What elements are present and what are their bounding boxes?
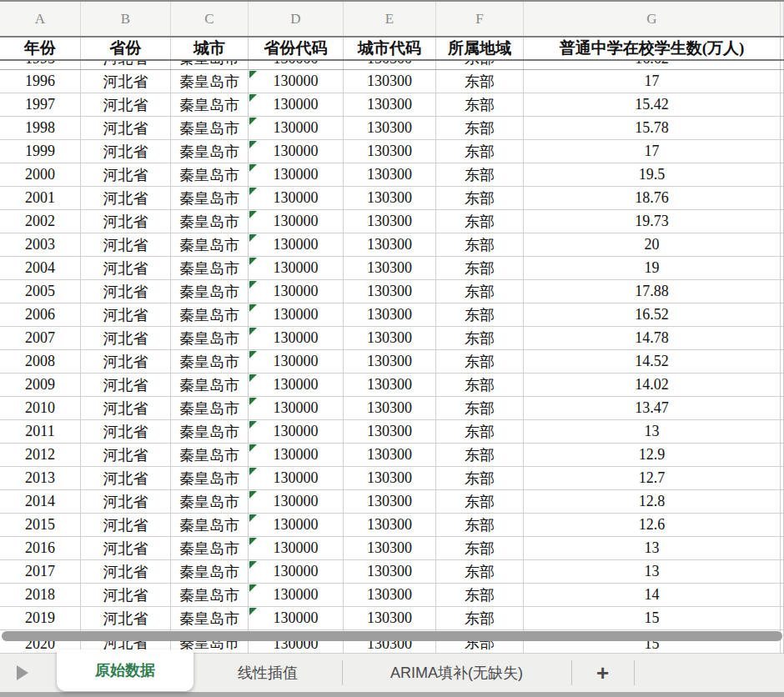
cell-year[interactable]: 1997 [0,93,81,116]
cell-province-code[interactable]: 130000 [249,420,344,443]
cell-city[interactable]: 秦皇岛市 [171,444,249,466]
cell-year[interactable]: 2007 [0,327,81,349]
column-header-c[interactable]: C [171,2,249,36]
cell-province-code[interactable]: 130000 [249,163,344,186]
cell-province[interactable]: 河北省 [81,257,171,279]
cell-province-code[interactable]: 130000 [249,210,344,233]
cell-students[interactable]: 18.76 [524,187,781,209]
cell-province-code[interactable]: 130000 [249,397,344,419]
cell-province-code[interactable]: 130000 [249,327,344,349]
cell-year[interactable]: 2001 [0,187,81,209]
cell-region[interactable]: 东部 [436,490,524,513]
cell-city[interactable]: 秦皇岛市 [171,140,249,163]
cell-region[interactable]: 东部 [436,467,524,489]
cell-city[interactable]: 秦皇岛市 [171,61,249,70]
cell-city[interactable]: 秦皇岛市 [171,537,249,559]
cell-city[interactable]: 秦皇岛市 [171,233,249,256]
cell-province[interactable]: 河北省 [81,233,171,256]
cell-city-code[interactable]: 130300 [344,350,436,373]
cell-province-code[interactable]: 130000 [249,584,344,606]
cell-region[interactable]: 东部 [436,117,524,139]
cell-province-code[interactable]: 130000 [249,350,344,373]
cell-province[interactable]: 河北省 [81,117,171,139]
cell-city-code[interactable]: 130300 [344,280,436,303]
cell-city-code[interactable]: 130300 [344,187,436,209]
cell-city-code[interactable]: 130300 [344,444,436,466]
cell-year[interactable]: 2017 [0,560,81,583]
tab-original-data[interactable]: 原始数据 [57,649,193,691]
cell-province-code[interactable]: 130000 [249,257,344,279]
cell-province[interactable]: 河北省 [81,93,171,116]
cell-city-code[interactable]: 130300 [344,163,436,186]
cell-city-code[interactable]: 130300 [344,420,436,443]
cell-province[interactable]: 河北省 [81,560,171,583]
cell-year[interactable]: 1996 [0,70,81,93]
cell-region[interactable]: 东部 [436,233,524,256]
column-header-a[interactable]: A [0,2,81,36]
add-sheet-button[interactable]: + [571,654,634,692]
header-cell-region[interactable]: 所属地域 [436,38,524,59]
cell-province[interactable]: 河北省 [81,467,171,489]
cell-city[interactable]: 秦皇岛市 [171,467,249,489]
cell-city-code[interactable]: 130300 [344,584,436,606]
cell-students[interactable]: 19.73 [524,210,781,233]
cell-region[interactable]: 东部 [436,584,524,606]
cell-province-code[interactable]: 130000 [249,560,344,583]
cell-city-code[interactable]: 130300 [344,607,436,629]
header-cell-city[interactable]: 城市 [171,38,249,59]
cell-province-code[interactable]: 130000 [249,61,344,70]
cell-year[interactable]: 2005 [0,280,81,303]
cell-city-code[interactable]: 130300 [344,210,436,233]
cell-province[interactable]: 河北省 [81,537,171,559]
cell-city[interactable]: 秦皇岛市 [171,303,249,326]
cell-province-code[interactable]: 130000 [249,140,344,163]
cell-region[interactable]: 东部 [436,187,524,209]
cell-city[interactable]: 秦皇岛市 [171,70,249,93]
horizontal-scrollbar-thumb[interactable] [2,631,782,641]
cell-province-code[interactable]: 130000 [249,467,344,489]
cell-province[interactable]: 河北省 [81,397,171,419]
cell-province-code[interactable]: 130000 [249,514,344,536]
cell-students[interactable]: 12.6 [524,514,781,536]
cell-province[interactable]: 河北省 [81,61,171,70]
cell-students[interactable]: 13.47 [524,397,781,419]
cell-students[interactable]: 17 [524,70,781,93]
cell-region[interactable]: 东部 [436,303,524,326]
cell-year[interactable]: 2009 [0,374,81,396]
cell-year[interactable]: 1998 [0,117,81,139]
tab-arima-fill[interactable]: ARIMA填补(无缺失) [342,654,571,692]
cell-region[interactable]: 东部 [436,280,524,303]
cell-year[interactable]: 2013 [0,467,81,489]
cell-students[interactable]: 14.02 [524,374,781,396]
cell-year[interactable]: 2018 [0,584,81,606]
cell-province[interactable]: 河北省 [81,444,171,466]
cell-students[interactable]: 19 [524,257,781,279]
cell-city-code[interactable]: 130300 [344,257,436,279]
tab-linear-interpolation[interactable]: 线性插值 [193,654,342,692]
cell-province-code[interactable]: 130000 [249,444,344,466]
cell-year[interactable]: 2003 [0,233,81,256]
cell-province[interactable]: 河北省 [81,280,171,303]
header-cell-students[interactable]: 普通中学在校学生数(万人) [524,38,781,59]
cell-city-code[interactable]: 130300 [344,61,436,70]
cell-province[interactable]: 河北省 [81,327,171,349]
header-cell-province[interactable]: 省份 [81,38,171,59]
cell-city[interactable]: 秦皇岛市 [171,210,249,233]
cell-province-code[interactable]: 130000 [249,537,344,559]
cell-province[interactable]: 河北省 [81,514,171,536]
cell-city[interactable]: 秦皇岛市 [171,374,249,396]
cell-province-code[interactable]: 130000 [249,187,344,209]
cell-city-code[interactable]: 130300 [344,537,436,559]
cell-year[interactable]: 2011 [0,420,81,443]
cell-year[interactable]: 2019 [0,607,81,629]
cell-province-code[interactable]: 130000 [249,280,344,303]
cell-year[interactable]: 2012 [0,444,81,466]
cell-province-code[interactable]: 130000 [249,374,344,396]
cell-students[interactable]: 13 [524,537,781,559]
header-cell-province-code[interactable]: 省份代码 [249,38,344,59]
column-header-g[interactable]: G [524,2,781,36]
cell-city[interactable]: 秦皇岛市 [171,187,249,209]
cell-city[interactable]: 秦皇岛市 [171,397,249,419]
cell-students[interactable]: 19.5 [524,163,781,186]
cell-city[interactable]: 秦皇岛市 [171,280,249,303]
